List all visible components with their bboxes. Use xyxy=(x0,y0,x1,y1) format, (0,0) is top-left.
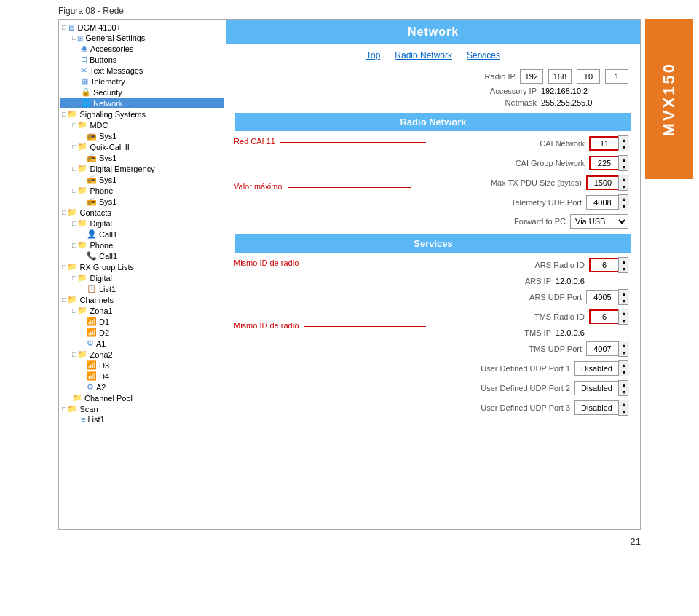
tree-item-call1b[interactable]: 📞 Call1 xyxy=(60,250,224,261)
tree-item-list1b[interactable]: ≡ List1 xyxy=(60,414,224,425)
ars-radio-id-down[interactable]: ▼ xyxy=(619,265,629,272)
telemetry-udp-up[interactable]: ▲ xyxy=(619,195,629,202)
channel-a-icon: ⚙ xyxy=(87,339,94,348)
nav-services[interactable]: Services xyxy=(467,50,500,60)
nav-radio-network[interactable]: Radio Network xyxy=(395,50,452,60)
ars-udp-down[interactable]: ▼ xyxy=(619,297,629,304)
tree-item-a1[interactable]: ⚙ A1 xyxy=(60,338,224,349)
tree-item-scan[interactable]: □ 📁 Scan xyxy=(60,403,224,414)
tms-udp-spin[interactable]: ▲ ▼ xyxy=(586,341,628,357)
tree-item-d4[interactable]: 📶 D4 xyxy=(60,371,224,382)
tree-item-digital2[interactable]: □ 📁 Digital xyxy=(60,272,224,283)
max-tx-down[interactable]: ▼ xyxy=(619,183,629,190)
tree-item-textmsg[interactable]: ✉ Text Messages xyxy=(60,65,224,76)
tms-radio-id-spin[interactable]: ▲ ▼ xyxy=(589,309,628,325)
udp1-input[interactable] xyxy=(574,361,618,376)
max-tx-up[interactable]: ▲ xyxy=(619,175,629,183)
udp3-down[interactable]: ▼ xyxy=(619,408,629,415)
tree-item-d2[interactable]: 📶 D2 xyxy=(60,327,224,338)
tree-item-d3[interactable]: 📶 D3 xyxy=(60,360,224,371)
forward-pc-label: Forward to PC xyxy=(449,217,566,226)
telemetry-udp-input[interactable] xyxy=(586,195,618,210)
udp3-spin[interactable]: ▲ ▼ xyxy=(574,400,628,416)
udp1-down[interactable]: ▼ xyxy=(619,368,629,376)
tree-item-quikcall[interactable]: □ 📁 Quik-Call II xyxy=(60,141,224,152)
telemetry-udp-spin[interactable]: ▲ ▼ xyxy=(586,194,628,210)
tms-radio-id-up[interactable]: ▲ xyxy=(619,309,629,317)
expand-icon: □ xyxy=(62,111,66,118)
cai-group-spin[interactable]: ▲ ▼ xyxy=(589,155,628,171)
radio-ip-input[interactable]: . . . xyxy=(520,69,628,84)
tree-item-phone2[interactable]: □ 📁 Phone xyxy=(60,240,224,250)
main-content: Network Top Radio Network Services Radio… xyxy=(226,20,640,529)
tree-item-zona2[interactable]: □ 📁 Zona2 xyxy=(60,349,224,360)
radio-ip-octet2[interactable] xyxy=(548,69,572,84)
udp1-up[interactable]: ▲ xyxy=(619,361,629,368)
tree-item-dgm[interactable]: □ 🖥 DGM 4100+ xyxy=(60,23,224,33)
tree-item-digemerg[interactable]: □ 📁 Digital Emergency xyxy=(60,163,224,174)
tree-item-mdc[interactable]: □ 📁 MDC xyxy=(60,119,224,130)
ars-udp-input[interactable] xyxy=(586,290,618,304)
tms-udp-input[interactable] xyxy=(586,341,618,356)
tree-item-contacts[interactable]: □ 📁 Contacts xyxy=(60,207,224,218)
tree-item-general[interactable]: □ ⊞ General Settings xyxy=(60,33,224,43)
tree-item-security[interactable]: 🔒 Security xyxy=(60,87,224,98)
tree-item-sys1b[interactable]: 📻 Sys1 xyxy=(60,152,224,163)
cai-network-input[interactable] xyxy=(589,136,618,151)
max-tx-spin[interactable]: ▲ ▼ xyxy=(586,175,628,191)
tree-item-signaling[interactable]: □ 📁 Signaling Systems xyxy=(60,108,224,119)
forward-pc-select[interactable]: Via USB Via BT xyxy=(570,214,628,229)
telemetry-udp-down[interactable]: ▼ xyxy=(619,202,629,210)
tree-item-zona1[interactable]: □ 📁 Zona1 xyxy=(60,305,224,316)
cai-group-input[interactable] xyxy=(589,156,618,170)
ars-udp-up[interactable]: ▲ xyxy=(619,290,629,297)
ars-radio-id-up[interactable]: ▲ xyxy=(619,258,629,265)
ars-radio-id-input[interactable] xyxy=(589,258,618,272)
udp2-input[interactable] xyxy=(574,381,618,395)
cai-group-down[interactable]: ▼ xyxy=(619,163,629,170)
nav-top[interactable]: Top xyxy=(366,50,380,60)
tree-item-rxgroups[interactable]: □ 📁 RX Group Lists xyxy=(60,261,224,272)
tree-item-a2[interactable]: ⚙ A2 xyxy=(60,382,224,392)
radio-ip-octet1[interactable] xyxy=(520,69,543,84)
tree-item-phone[interactable]: □ 📁 Phone xyxy=(60,185,224,196)
tms-radio-id-input[interactable] xyxy=(589,309,618,324)
radio-ip-octet4[interactable] xyxy=(605,69,628,84)
tree-item-sys1a[interactable]: 📻 Sys1 xyxy=(60,130,224,141)
tree-item-d1[interactable]: 📶 D1 xyxy=(60,316,224,327)
ars-radio-id-spin[interactable]: ▲ ▼ xyxy=(589,257,628,273)
tree-item-digital[interactable]: □ 📁 Digital xyxy=(60,218,224,229)
tree-label: List1 xyxy=(99,285,116,293)
ars-udp-spin[interactable]: ▲ ▼ xyxy=(586,289,628,305)
tms-udp-up[interactable]: ▲ xyxy=(619,341,629,349)
tree-label: Sys1 xyxy=(99,154,116,162)
cai-network-spin[interactable]: ▲ ▼ xyxy=(589,135,628,151)
tree-item-channels[interactable]: □ 📁 Channels xyxy=(60,294,224,305)
tree-item-accessories[interactable]: ◉ Accessories xyxy=(60,43,224,54)
radio-ip-octet3[interactable] xyxy=(577,69,600,84)
tree-item-telemetry[interactable]: ▦ Telemetry xyxy=(60,76,224,87)
folder-icon: 📁 xyxy=(72,393,82,403)
tree-item-buttons[interactable]: ⊡ Buttons xyxy=(60,54,224,65)
tree-item-sys1d[interactable]: 📻 Sys1 xyxy=(60,196,224,207)
max-tx-input[interactable] xyxy=(586,175,618,190)
tms-radio-id-down[interactable]: ▼ xyxy=(619,317,629,324)
udp1-spin[interactable]: ▲ ▼ xyxy=(574,360,628,376)
tree-item-network[interactable]: 🌐 Network xyxy=(60,98,224,108)
tree-item-call1a[interactable]: 👤 Call1 xyxy=(60,229,224,240)
tree-item-sys1c[interactable]: 📻 Sys1 xyxy=(60,174,224,185)
udp3-input[interactable] xyxy=(574,400,618,415)
cai-group-up[interactable]: ▲ xyxy=(619,156,629,163)
cai-group-row: CAI Group Network ▲ ▼ xyxy=(238,155,628,171)
tms-udp-down[interactable]: ▼ xyxy=(619,349,629,356)
radio-icon: 📻 xyxy=(87,131,97,141)
udp3-up[interactable]: ▲ xyxy=(619,400,629,408)
cai-network-up[interactable]: ▲ xyxy=(619,136,629,143)
udp2-up[interactable]: ▲ xyxy=(619,381,629,388)
udp2-spin[interactable]: ▲ ▼ xyxy=(574,380,628,396)
udp2-down[interactable]: ▼ xyxy=(619,388,629,395)
cai-network-down[interactable]: ▼ xyxy=(619,143,629,151)
tree-item-channelpool[interactable]: 📁 Channel Pool xyxy=(60,392,224,403)
sidebar-tree: □ 🖥 DGM 4100+ □ ⊞ General Settings ◉ Acc… xyxy=(59,20,226,529)
tree-item-list1a[interactable]: 📋 List1 xyxy=(60,283,224,294)
